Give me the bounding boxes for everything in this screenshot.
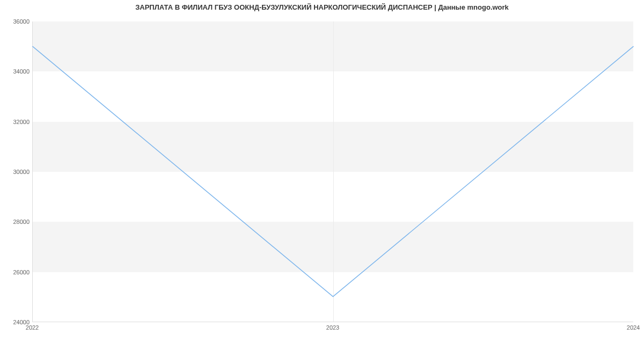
y-tick-label: 30000	[3, 169, 30, 175]
line-series	[33, 21, 633, 322]
y-tick-label: 28000	[3, 219, 30, 225]
x-tick-label: 2022	[26, 324, 39, 331]
plot-area	[32, 21, 633, 322]
y-tick-label: 26000	[3, 269, 30, 275]
y-tick-label: 32000	[3, 119, 30, 125]
chart-title: ЗАРПЛАТА В ФИЛИАЛ ГБУЗ ООКНД-БУЗУЛУКСКИЙ…	[0, 3, 644, 11]
x-tick-label: 2023	[326, 324, 339, 331]
y-tick-label: 36000	[3, 18, 30, 25]
chart-container: ЗАРПЛАТА В ФИЛИАЛ ГБУЗ ООКНД-БУЗУЛУКСКИЙ…	[0, 0, 644, 349]
y-tick-label: 34000	[3, 68, 30, 75]
x-tick-label: 2024	[627, 324, 640, 331]
